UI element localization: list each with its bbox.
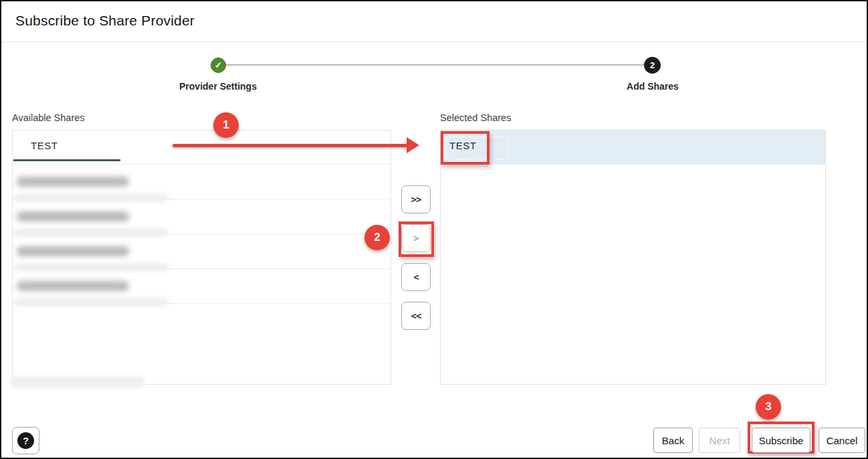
help-button[interactable]: ? bbox=[12, 427, 39, 454]
available-shares-list: TEST bbox=[12, 130, 391, 385]
annotation-arrow-head-icon bbox=[407, 137, 419, 153]
annotation-arrow-line bbox=[173, 144, 409, 147]
step-2-label: Add Shares bbox=[592, 81, 713, 92]
check-icon: ✓ bbox=[215, 60, 222, 70]
back-button[interactable]: Back bbox=[653, 428, 693, 453]
redacted-text bbox=[17, 177, 129, 187]
redacted-text bbox=[17, 281, 129, 291]
redacted-subtext bbox=[11, 376, 144, 387]
subscribe-button[interactable]: Subscribe bbox=[752, 428, 810, 453]
move-all-left-button[interactable]: << bbox=[401, 302, 431, 330]
annotation-box-move-right bbox=[399, 221, 434, 257]
selected-share-item-test[interactable]: TEST bbox=[441, 130, 825, 165]
double-chevron-right-icon: >> bbox=[411, 194, 421, 205]
subscribe-dialog-window: Subscribe to Share Provider ✓ Provider S… bbox=[0, 0, 868, 459]
double-chevron-left-icon: << bbox=[411, 310, 421, 321]
available-share-item-test[interactable]: TEST bbox=[13, 130, 391, 165]
help-icon: ? bbox=[17, 432, 34, 449]
chevron-left-icon: < bbox=[413, 272, 418, 282]
redacted-subtext bbox=[14, 298, 168, 306]
redacted-subtext bbox=[14, 228, 168, 237]
selected-shares-list: TEST bbox=[440, 130, 826, 385]
cancel-button[interactable]: Cancel bbox=[819, 428, 865, 453]
redacted-subtext bbox=[14, 263, 168, 272]
next-button: Next bbox=[699, 428, 740, 453]
available-shares-label: Available Shares bbox=[12, 112, 85, 123]
selected-shares-label: Selected Shares bbox=[440, 112, 511, 123]
annotation-callout-1: 1 bbox=[213, 112, 239, 138]
dialog-titlebar: Subscribe to Share Provider bbox=[1, 1, 867, 41]
move-all-right-button[interactable]: >> bbox=[401, 185, 431, 213]
page-title: Subscribe to Share Provider bbox=[15, 13, 195, 29]
stepper-connector-line bbox=[225, 64, 646, 66]
annotation-box-selected-test bbox=[441, 131, 490, 165]
redacted-text bbox=[17, 211, 129, 221]
annotation-callout-2: 2 bbox=[364, 225, 390, 250]
redacted-text bbox=[17, 246, 129, 256]
active-item-underline bbox=[13, 159, 120, 161]
redacted-subtext bbox=[14, 193, 168, 202]
title-divider bbox=[1, 41, 867, 42]
step-2-number: 2 bbox=[650, 60, 655, 70]
step-2-current-indicator: 2 bbox=[644, 57, 661, 74]
annotation-callout-3: 3 bbox=[756, 394, 781, 420]
step-1-complete-indicator: ✓ bbox=[211, 58, 226, 73]
step-1-label: Provider Settings bbox=[158, 81, 278, 92]
move-left-button[interactable]: < bbox=[401, 263, 431, 291]
available-share-item-label: TEST bbox=[31, 140, 58, 151]
